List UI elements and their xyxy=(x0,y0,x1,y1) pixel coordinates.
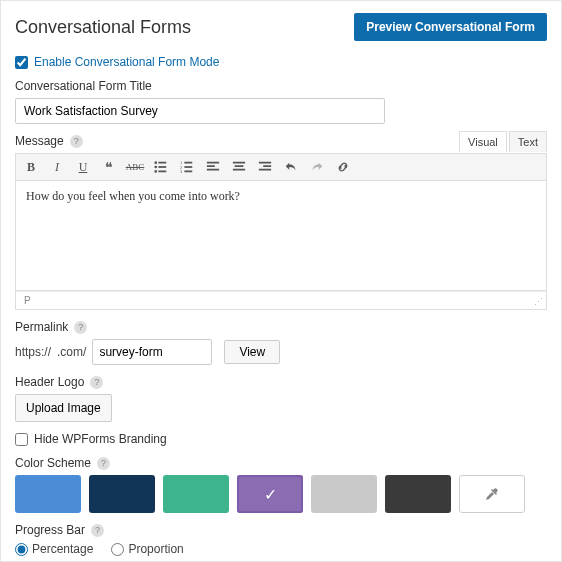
color-picker-button[interactable] xyxy=(459,475,525,513)
redo-icon[interactable] xyxy=(308,158,326,176)
svg-point-2 xyxy=(154,166,157,169)
tab-text[interactable]: Text xyxy=(509,131,547,152)
align-right-icon[interactable] xyxy=(256,158,274,176)
color-scheme-label: Color Scheme xyxy=(15,456,91,470)
progress-proportion-label: Proportion xyxy=(128,542,183,556)
permalink-slug-input[interactable] xyxy=(92,339,212,365)
progress-percentage-label: Percentage xyxy=(32,542,93,556)
header-logo-label: Header Logo xyxy=(15,375,84,389)
color-swatch[interactable] xyxy=(311,475,377,513)
eyedropper-icon xyxy=(484,486,500,502)
svg-rect-5 xyxy=(158,171,166,173)
permalink-prefix: https:// xyxy=(15,345,51,359)
permalink-label: Permalink xyxy=(15,320,68,334)
editor-toolbar: B I U ❝ ABC 123 xyxy=(15,153,547,181)
tab-visual[interactable]: Visual xyxy=(459,131,507,152)
color-swatch[interactable] xyxy=(163,475,229,513)
svg-rect-16 xyxy=(235,165,244,167)
svg-rect-12 xyxy=(207,162,219,164)
progress-proportion-radio[interactable] xyxy=(111,543,124,556)
svg-rect-17 xyxy=(233,169,245,171)
hide-branding-checkbox[interactable] xyxy=(15,433,28,446)
svg-point-0 xyxy=(154,161,157,164)
svg-rect-11 xyxy=(184,171,192,173)
svg-rect-14 xyxy=(207,169,219,171)
progress-percentage-option[interactable]: Percentage xyxy=(15,542,93,556)
help-icon[interactable]: ? xyxy=(74,321,87,334)
progress-percentage-radio[interactable] xyxy=(15,543,28,556)
bold-icon[interactable]: B xyxy=(22,158,40,176)
progress-proportion-option[interactable]: Proportion xyxy=(111,542,183,556)
numbered-list-icon[interactable]: 123 xyxy=(178,158,196,176)
resize-handle-icon[interactable]: ⋰ xyxy=(534,297,544,307)
color-swatch[interactable] xyxy=(15,475,81,513)
bullet-list-icon[interactable] xyxy=(152,158,170,176)
enable-mode-checkbox[interactable] xyxy=(15,56,28,69)
italic-icon[interactable]: I xyxy=(48,158,66,176)
view-button[interactable]: View xyxy=(224,340,280,364)
color-swatch[interactable]: ✓ xyxy=(237,475,303,513)
help-icon[interactable]: ? xyxy=(97,457,110,470)
progress-bar-label: Progress Bar xyxy=(15,523,85,537)
message-editor[interactable]: How do you feel when you come into work? xyxy=(15,181,547,291)
link-icon[interactable] xyxy=(334,158,352,176)
align-left-icon[interactable] xyxy=(204,158,222,176)
help-icon[interactable]: ? xyxy=(91,524,104,537)
svg-rect-1 xyxy=(158,162,166,164)
help-icon[interactable]: ? xyxy=(70,135,83,148)
svg-rect-15 xyxy=(233,162,245,164)
quote-icon[interactable]: ❝ xyxy=(100,158,118,176)
svg-rect-9 xyxy=(184,166,192,168)
editor-status-bar: P ⋰ xyxy=(15,291,547,310)
svg-point-4 xyxy=(154,170,157,173)
svg-rect-3 xyxy=(158,166,166,168)
enable-mode-label: Enable Conversational Form Mode xyxy=(34,55,219,69)
svg-rect-7 xyxy=(184,162,192,164)
svg-text:3: 3 xyxy=(180,169,183,174)
strikethrough-icon[interactable]: ABC xyxy=(126,158,144,176)
svg-rect-13 xyxy=(207,165,215,167)
svg-rect-19 xyxy=(263,165,271,167)
svg-rect-18 xyxy=(259,162,271,164)
align-center-icon[interactable] xyxy=(230,158,248,176)
help-icon[interactable]: ? xyxy=(90,376,103,389)
permalink-domain: .com/ xyxy=(57,345,86,359)
check-icon: ✓ xyxy=(264,485,277,504)
title-input[interactable] xyxy=(15,98,385,124)
svg-rect-20 xyxy=(259,169,271,171)
page-title: Conversational Forms xyxy=(15,17,191,38)
message-label: Message xyxy=(15,134,64,148)
undo-icon[interactable] xyxy=(282,158,300,176)
color-swatch[interactable] xyxy=(385,475,451,513)
preview-button[interactable]: Preview Conversational Form xyxy=(354,13,547,41)
title-label: Conversational Form Title xyxy=(15,79,152,93)
hide-branding-label: Hide WPForms Branding xyxy=(34,432,167,446)
upload-image-button[interactable]: Upload Image xyxy=(15,394,112,422)
color-swatch[interactable] xyxy=(89,475,155,513)
underline-icon[interactable]: U xyxy=(74,158,92,176)
